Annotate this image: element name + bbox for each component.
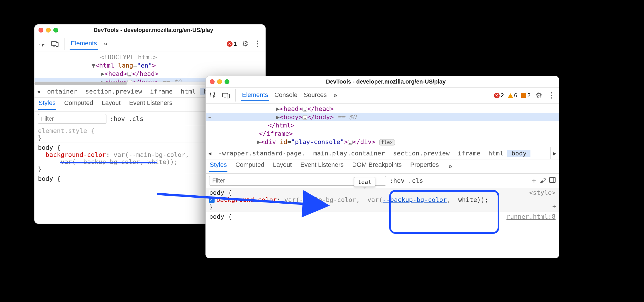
- inspect-icon[interactable]: [38, 40, 47, 48]
- gear-icon[interactable]: [241, 40, 249, 48]
- warning-icon: [508, 93, 513, 98]
- brush-icon[interactable]: [540, 177, 546, 185]
- tab-dom-breakpoints[interactable]: DOM Breakpoints: [352, 161, 402, 172]
- tooltip: teal: [354, 177, 375, 187]
- svg-rect-8: [550, 177, 555, 183]
- toolbar: Elements » ✕1: [35, 36, 265, 52]
- titlebar: DevTools - developer.mozilla.org/en-US/p…: [206, 76, 559, 88]
- tab-layout[interactable]: Layout: [272, 161, 292, 172]
- tab-sources[interactable]: Sources: [302, 90, 328, 101]
- divider: [235, 89, 236, 102]
- divider: [64, 38, 64, 50]
- devtools-window-right: DevTools - developer.mozilla.org/en-US/p…: [205, 76, 559, 258]
- annotation-underline: [60, 162, 157, 163]
- info-icon: [521, 93, 526, 98]
- new-rule-icon[interactable]: [532, 176, 536, 185]
- breadcrumb-item-selected[interactable]: body: [507, 150, 530, 157]
- flex-badge[interactable]: flex: [379, 139, 395, 145]
- breadcrumb-item[interactable]: html: [484, 150, 507, 157]
- cls-toggle[interactable]: .cls: [128, 115, 144, 122]
- filter-input[interactable]: [38, 114, 106, 124]
- rule-source[interactable]: <style>: [529, 189, 556, 196]
- kebab-icon[interactable]: [253, 40, 262, 48]
- info-badge[interactable]: 2: [521, 92, 530, 99]
- device-toggle-icon[interactable]: [51, 40, 59, 48]
- tab-overflow[interactable]: »: [447, 163, 454, 170]
- device-toggle-icon[interactable]: [222, 91, 230, 100]
- dom-tree[interactable]: ▶<head>…</head> ⋯▶<body>…</body> == $0 <…: [206, 104, 559, 147]
- kebab-icon[interactable]: [547, 91, 556, 100]
- breadcrumb-item[interactable]: iframe: [454, 150, 484, 157]
- error-badge[interactable]: ✕2: [494, 92, 504, 99]
- breadcrumb-item[interactable]: section.preview: [81, 88, 146, 95]
- prop-checkbox[interactable]: [209, 198, 215, 203]
- gear-icon[interactable]: [534, 91, 543, 100]
- error-badge[interactable]: ✕1: [227, 40, 237, 47]
- tab-overflow[interactable]: »: [102, 40, 109, 48]
- rule-source-link[interactable]: runner.html:8: [506, 213, 556, 220]
- styles-rules: <style> body { background-color: var(--m…: [206, 188, 559, 221]
- inspect-icon[interactable]: [209, 91, 218, 100]
- toolbar: Elements Console Sources » ✕2 6 2: [206, 88, 559, 104]
- svg-rect-3: [56, 42, 58, 46]
- tab-styles[interactable]: Styles: [38, 99, 56, 110]
- styles-filter-bar: :hov .cls: [206, 174, 559, 188]
- warning-badge[interactable]: 6: [508, 92, 517, 99]
- tab-event-listeners[interactable]: Event Listeners: [129, 99, 173, 110]
- breadcrumb-item[interactable]: ontainer: [43, 88, 81, 95]
- annotation-box: [389, 190, 499, 234]
- tab-layout[interactable]: Layout: [101, 99, 121, 110]
- hov-toggle[interactable]: :hov: [389, 177, 405, 184]
- tab-elements[interactable]: Elements: [70, 38, 98, 50]
- titlebar: DevTools - developer.mozilla.org/en-US/p…: [35, 25, 265, 36]
- breadcrumb-scroll-left[interactable]: ◀: [206, 147, 214, 159]
- close-dot[interactable]: [210, 79, 215, 84]
- breadcrumb-item[interactable]: -wrapper.standard-page.: [214, 150, 309, 157]
- window-title: DevTools - developer.mozilla.org/en-US/p…: [45, 27, 261, 33]
- rule-body-2[interactable]: runner.html:8 body {: [206, 212, 559, 221]
- close-dot[interactable]: [39, 28, 43, 33]
- rule-body-bg[interactable]: <style> body { background-color: var(--m…: [206, 188, 559, 212]
- tab-event-listeners[interactable]: Event Listeners: [300, 161, 344, 172]
- tab-overflow[interactable]: »: [332, 92, 339, 99]
- breadcrumb-scroll-left[interactable]: ◀: [35, 85, 43, 97]
- hov-toggle[interactable]: :hov: [110, 115, 125, 122]
- breadcrumb-scroll-right[interactable]: ▶: [550, 147, 559, 159]
- tab-elements[interactable]: Elements: [241, 90, 269, 101]
- svg-rect-7: [227, 94, 229, 98]
- tab-styles[interactable]: Styles: [209, 161, 227, 172]
- tab-console[interactable]: Console: [273, 90, 299, 101]
- breadcrumb-item[interactable]: section.preview: [389, 150, 454, 157]
- breadcrumb: ◀ -wrapper.standard-page. main.play.cont…: [206, 147, 559, 159]
- breadcrumb-item[interactable]: iframe: [146, 88, 177, 95]
- breadcrumb-item[interactable]: html: [177, 88, 200, 95]
- add-property-icon[interactable]: +: [552, 203, 556, 210]
- cls-toggle[interactable]: .cls: [408, 177, 423, 184]
- window-title: DevTools - developer.mozilla.org/en-US/p…: [217, 78, 555, 85]
- panel-toggle-icon[interactable]: [549, 177, 556, 185]
- tab-computed[interactable]: Computed: [235, 161, 265, 172]
- styles-tabs: Styles Computed Layout Event Listeners D…: [206, 159, 559, 174]
- tab-computed[interactable]: Computed: [64, 99, 94, 110]
- breadcrumb-item[interactable]: main.play.container: [309, 150, 389, 157]
- tab-properties[interactable]: Properties: [410, 161, 439, 172]
